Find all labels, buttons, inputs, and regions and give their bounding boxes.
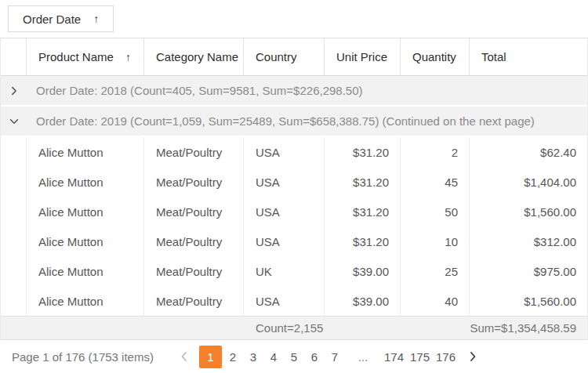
- cell-quantity: 2: [401, 137, 470, 167]
- cell-country: USA: [244, 167, 325, 197]
- cell-unit-price: $39.00: [325, 286, 401, 316]
- cell-total: $1,560.00: [470, 286, 587, 316]
- cell-total: $975.00: [470, 256, 587, 286]
- expand-cell: [1, 256, 27, 286]
- page-button[interactable]: 175: [408, 346, 432, 368]
- column-header-country[interactable]: Country: [244, 38, 325, 75]
- summary-row: Count=2,155 Sum=$1,354,458.59: [1, 316, 587, 340]
- cell-product: Alice Mutton: [27, 226, 144, 256]
- expand-cell: [1, 286, 27, 316]
- cell-category: Meat/Poultry: [144, 226, 244, 256]
- column-label: Country: [256, 50, 297, 63]
- cell-country: UK: [244, 256, 325, 286]
- column-label: Unit Price: [336, 50, 387, 63]
- cell-total: $1,560.00: [470, 197, 587, 226]
- cell-product: Alice Mutton: [27, 137, 144, 167]
- column-label: Category Name: [156, 50, 238, 63]
- group-chip-label: Order Date: [23, 13, 81, 26]
- sort-asc-icon: ↑: [93, 13, 99, 24]
- cell-category: Meat/Poultry: [144, 286, 244, 316]
- cell-unit-price: $31.20: [325, 167, 401, 197]
- page-button[interactable]: 3: [244, 346, 263, 368]
- sort-asc-icon: ↑: [125, 52, 131, 63]
- group-row-label: Order Date: 2018 (Count=405, Sum=9581, S…: [36, 84, 363, 97]
- group-panel: Order Date ↑: [0, 0, 588, 38]
- page-button[interactable]: 7: [325, 346, 344, 368]
- header-row: Product Name ↑ Category Name Country Uni…: [1, 38, 587, 76]
- cell-category: Meat/Poultry: [144, 256, 244, 286]
- cell-country: USA: [244, 286, 325, 316]
- expand-cell: [1, 197, 27, 226]
- cell-total: $312.00: [470, 226, 587, 256]
- expand-cell: [1, 137, 27, 167]
- expand-cell: [1, 226, 27, 256]
- cell-total: $62.40: [470, 137, 587, 167]
- table-row[interactable]: Alice Mutton Meat/Poultry USA $31.20 10 …: [1, 226, 587, 256]
- cell-category: Meat/Poultry: [144, 167, 244, 197]
- cell-quantity: 50: [401, 197, 470, 226]
- cell-quantity: 40: [401, 286, 470, 316]
- column-label: Total: [481, 50, 506, 63]
- data-grid-app: Order Date ↑ Product Name ↑ Category Nam…: [0, 0, 588, 373]
- header-expand-column: [1, 38, 27, 75]
- page-button[interactable]: 5: [285, 346, 303, 368]
- column-header-product-name[interactable]: Product Name ↑: [27, 38, 144, 75]
- page-ellipsis: ...: [352, 350, 374, 364]
- cell-unit-price: $31.20: [325, 137, 401, 167]
- page-list: 1 2 3 4 5 6 7 ... 174 175 176: [174, 346, 483, 368]
- table-row[interactable]: Alice Mutton Meat/Poultry USA $39.00 40 …: [1, 286, 587, 316]
- cell-country: USA: [244, 197, 325, 226]
- expand-cell: [1, 167, 27, 197]
- grid: Product Name ↑ Category Name Country Uni…: [0, 38, 588, 340]
- column-header-unit-price[interactable]: Unit Price: [325, 38, 401, 75]
- cell-category: Meat/Poultry: [144, 197, 244, 226]
- table-row[interactable]: Alice Mutton Meat/Poultry UK $39.00 25 $…: [1, 256, 587, 286]
- cell-country: USA: [244, 137, 325, 167]
- cell-quantity: 25: [401, 256, 470, 286]
- cell-product: Alice Mutton: [27, 256, 144, 286]
- cell-quantity: 10: [401, 226, 470, 256]
- page-info: Page 1 of 176 (1753 items): [12, 350, 154, 364]
- page-button[interactable]: 1: [199, 346, 222, 368]
- cell-unit-price: $31.20: [325, 197, 401, 226]
- table-row[interactable]: Alice Mutton Meat/Poultry USA $31.20 2 $…: [1, 137, 587, 167]
- prev-page-icon[interactable]: [174, 346, 194, 368]
- summary-sum: Sum=$1,354,458.59: [470, 317, 587, 339]
- table-row[interactable]: Alice Mutton Meat/Poultry USA $31.20 45 …: [1, 167, 587, 197]
- group-chip-order-date[interactable]: Order Date ↑: [8, 5, 114, 32]
- group-row-2018[interactable]: Order Date: 2018 (Count=405, Sum=9581, S…: [1, 76, 587, 107]
- cell-unit-price: $39.00: [325, 256, 401, 286]
- cell-total: $1,404.00: [470, 167, 587, 197]
- page-button[interactable]: 4: [264, 346, 283, 368]
- page-button[interactable]: 6: [305, 346, 324, 368]
- pager: Page 1 of 176 (1753 items) 1 2 3 4 5 6 7…: [0, 340, 588, 373]
- group-row-2019[interactable]: Order Date: 2019 (Count=1,059, Sum=25489…: [1, 107, 587, 137]
- column-header-quantity[interactable]: Quantity: [401, 38, 470, 75]
- cell-product: Alice Mutton: [27, 167, 144, 197]
- column-header-category-name[interactable]: Category Name: [144, 38, 244, 75]
- column-header-total[interactable]: Total: [470, 38, 587, 75]
- cell-unit-price: $31.20: [325, 226, 401, 256]
- page-button[interactable]: 174: [382, 346, 406, 368]
- cell-product: Alice Mutton: [27, 197, 144, 226]
- cell-quantity: 45: [401, 167, 470, 197]
- table-row[interactable]: Alice Mutton Meat/Poultry USA $31.20 50 …: [1, 197, 587, 226]
- column-label: Product Name: [38, 50, 114, 63]
- next-page-icon[interactable]: [463, 346, 483, 368]
- column-label: Quantity: [412, 50, 456, 63]
- cell-category: Meat/Poultry: [144, 137, 244, 167]
- cell-product: Alice Mutton: [27, 286, 144, 316]
- summary-count: Count=2,155: [244, 317, 325, 339]
- chevron-right-icon[interactable]: [1, 85, 27, 96]
- page-button[interactable]: 2: [223, 346, 242, 368]
- page-button[interactable]: 176: [434, 346, 458, 368]
- cell-country: USA: [244, 226, 325, 256]
- group-row-label: Order Date: 2019 (Count=1,059, Sum=25489…: [36, 114, 535, 128]
- chevron-down-icon[interactable]: [1, 116, 27, 127]
